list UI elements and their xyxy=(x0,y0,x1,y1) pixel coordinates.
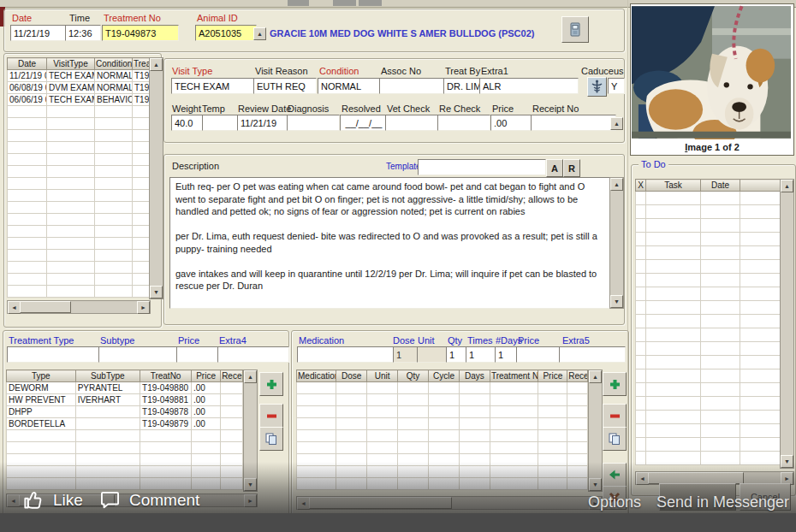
scroll-up-button[interactable]: ▲ xyxy=(610,178,623,191)
scroll-up-button[interactable]: ▲ xyxy=(244,370,257,383)
remove-treatment-button[interactable] xyxy=(259,404,283,428)
add-treatment-button[interactable] xyxy=(259,372,283,396)
table-row[interactable] xyxy=(8,226,150,238)
table-row[interactable] xyxy=(297,382,588,394)
scroll-down-button[interactable]: ▼ xyxy=(781,455,793,468)
add-medication-button[interactable] xyxy=(603,372,627,396)
animal-id-field[interactable] xyxy=(195,25,257,41)
table-row[interactable] xyxy=(8,214,150,226)
scroll-right-button[interactable]: ► xyxy=(244,494,257,507)
caduceus-flag-field[interactable] xyxy=(608,78,625,94)
remove-medication-button[interactable] xyxy=(603,404,627,428)
table-row[interactable] xyxy=(7,442,243,454)
scroll-down-button[interactable]: ▼ xyxy=(610,295,623,308)
scroll-up-button[interactable]: ▲ xyxy=(781,180,793,192)
table-row[interactable] xyxy=(297,394,588,406)
visit-type-field[interactable] xyxy=(171,78,258,94)
table-row[interactable] xyxy=(297,442,588,454)
table-row[interactable] xyxy=(8,178,150,190)
treatment-no-field[interactable] xyxy=(102,25,179,41)
todo-vscrollbar[interactable]: ▲ ▼ xyxy=(780,179,794,469)
resolved-field[interactable] xyxy=(340,115,388,131)
table-row[interactable] xyxy=(636,233,781,246)
table-row[interactable] xyxy=(8,190,150,202)
animal-id-spinner-button[interactable]: ▲ xyxy=(253,27,266,40)
scroll-up-button[interactable]: ▲ xyxy=(589,370,602,383)
treatment-type-field[interactable] xyxy=(7,346,101,363)
table-row[interactable] xyxy=(8,142,150,154)
table-row[interactable] xyxy=(8,274,150,286)
table-row[interactable] xyxy=(636,328,781,342)
table-row[interactable] xyxy=(8,154,150,166)
scroll-down-button[interactable]: ▼ xyxy=(244,478,257,491)
description-vscrollbar[interactable]: ▲ ▼ xyxy=(609,177,624,309)
med-price-field[interactable] xyxy=(516,346,561,363)
table-row[interactable] xyxy=(7,430,243,442)
receipt-no-field[interactable] xyxy=(531,115,616,131)
table-row[interactable]: DEWORMPYRANTELT19-049880.00 xyxy=(7,382,243,394)
table-row[interactable] xyxy=(8,202,150,214)
table-row[interactable] xyxy=(297,454,588,466)
table-row[interactable] xyxy=(636,438,781,452)
extra1-field[interactable] xyxy=(479,78,579,94)
visit-history-hscrollbar[interactable]: ◄ ► xyxy=(7,300,151,314)
medication-field[interactable] xyxy=(297,346,395,363)
temp-field[interactable] xyxy=(202,115,240,131)
table-row[interactable]: HW PREVENTIVERHARTT19-049881.00 xyxy=(7,394,243,406)
table-row[interactable] xyxy=(636,246,781,260)
scroll-up-button[interactable]: ▲ xyxy=(150,58,163,71)
vet-check-field[interactable] xyxy=(385,115,438,131)
review-date-field[interactable] xyxy=(237,115,290,131)
table-row[interactable]: 11/21/19 0TECH EXAMNORMALT19- xyxy=(8,70,150,82)
table-row[interactable] xyxy=(8,166,150,178)
visit-reason-field[interactable] xyxy=(253,78,317,94)
condition-field[interactable] xyxy=(318,78,381,94)
table-row[interactable]: 06/08/19 0DVM EXAMNORMALT19- xyxy=(8,82,150,94)
medication-vscrollbar[interactable]: ▲ ▼ xyxy=(588,369,603,492)
table-row[interactable] xyxy=(636,342,781,356)
unit-field[interactable] xyxy=(417,346,448,363)
scroll-left-button[interactable]: ◄ xyxy=(636,472,649,485)
scrollbar-thumb[interactable] xyxy=(309,497,452,509)
extra5-field[interactable] xyxy=(559,346,626,363)
templates-field[interactable] xyxy=(418,159,546,175)
table-row[interactable] xyxy=(297,406,588,418)
table-row[interactable]: 06/06/19 0TECH EXAMBEHAVIORT19- xyxy=(8,94,150,106)
table-row[interactable] xyxy=(636,424,781,438)
table-row[interactable]: BORDETELLA T19-049879.00 xyxy=(7,418,243,430)
table-row[interactable] xyxy=(636,192,781,205)
scroll-left-button[interactable]: ◄ xyxy=(297,497,310,510)
table-row[interactable] xyxy=(636,287,781,301)
send-in-messenger-button[interactable]: Send in Messenger xyxy=(656,494,789,511)
treatment-price-field[interactable] xyxy=(176,346,220,363)
scroll-down-button[interactable]: ▼ xyxy=(589,478,602,491)
table-row[interactable] xyxy=(297,418,588,430)
table-row[interactable] xyxy=(7,466,243,478)
times-field[interactable] xyxy=(466,346,496,363)
table-row[interactable] xyxy=(636,301,781,315)
auto-text-button[interactable]: A xyxy=(546,159,563,177)
caduceus-button[interactable] xyxy=(587,77,607,97)
patient-photo[interactable] xyxy=(632,5,791,139)
receipt-no-spinner-button[interactable]: ▲ xyxy=(610,117,623,130)
table-row[interactable] xyxy=(636,260,781,274)
table-row[interactable] xyxy=(8,250,150,262)
table-row[interactable] xyxy=(8,130,150,142)
table-row[interactable] xyxy=(636,411,781,424)
table-row[interactable] xyxy=(7,454,243,466)
scroll-left-button[interactable]: ◄ xyxy=(8,301,21,314)
copy-medication-button[interactable] xyxy=(603,427,627,451)
subtype-field[interactable] xyxy=(98,346,179,363)
weight-field[interactable] xyxy=(171,115,205,131)
table-row[interactable] xyxy=(636,274,781,287)
table-row[interactable] xyxy=(8,262,150,274)
table-row[interactable] xyxy=(297,466,588,478)
diagnosis-field[interactable] xyxy=(287,115,340,131)
table-row[interactable] xyxy=(8,118,150,130)
date-field[interactable] xyxy=(10,25,67,41)
scroll-down-button[interactable]: ▼ xyxy=(150,286,163,299)
table-row[interactable] xyxy=(636,219,781,233)
treatment-vscrollbar[interactable]: ▲ ▼ xyxy=(243,369,258,492)
transfer-medication-button[interactable] xyxy=(603,463,627,487)
table-row[interactable] xyxy=(636,205,781,219)
